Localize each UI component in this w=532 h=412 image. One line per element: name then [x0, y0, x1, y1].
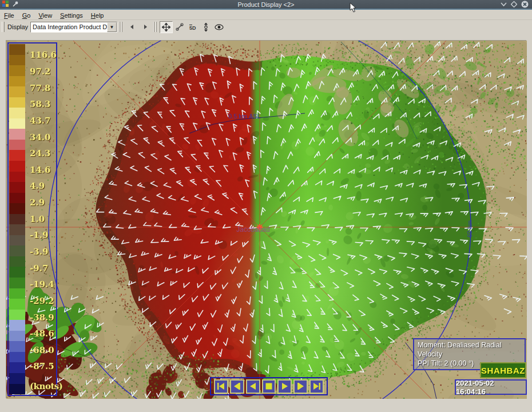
legend-color-segment	[9, 331, 25, 342]
legend-color-segment	[9, 140, 25, 150]
legend-value: -3.9	[30, 244, 58, 260]
skip-to-last-icon	[313, 382, 321, 390]
back-arrow-icon	[129, 24, 135, 30]
forward-arrow-icon	[142, 24, 148, 30]
step-forward-icon	[297, 382, 305, 390]
legend-value: -29.2	[30, 293, 58, 310]
legend-color-segment	[9, 288, 25, 299]
skip-to-first-button[interactable]	[214, 379, 228, 394]
svg-text:5D: 5D	[189, 25, 196, 31]
legend-color-segment	[9, 76, 25, 87]
pan-icon	[162, 23, 170, 31]
legend-color-segment	[9, 267, 25, 278]
menu-item-view[interactable]: View	[34, 11, 56, 19]
menu-item-help[interactable]: Help	[87, 11, 108, 19]
color-scale-strip	[9, 44, 25, 394]
toolbar: Display Data Integration Product Display…	[0, 20, 532, 34]
moment-line: Moment: Dealiased Radial Velocity	[418, 340, 521, 359]
legend-color-segment	[9, 108, 25, 118]
legend-value: 77.8	[30, 80, 58, 96]
combobox-dropdown-icon[interactable]: ▼	[107, 22, 117, 32]
step-backward-button[interactable]	[230, 379, 244, 394]
legend-value: 97.2	[30, 64, 58, 80]
legend-color-segment	[9, 320, 25, 331]
legend-color-segment	[9, 203, 25, 214]
legend-color-segment	[9, 256, 25, 267]
skip-to-last-button[interactable]	[309, 379, 324, 394]
legend-color-segment	[9, 86, 25, 97]
legend-color-segment	[9, 384, 25, 395]
display-combobox-value: Data Integration Product Display	[31, 22, 107, 32]
legend-value: -48.6	[30, 326, 58, 342]
view-3d-button[interactable]: 5D	[186, 21, 199, 33]
menu-item-file[interactable]: File	[0, 11, 18, 19]
legend-color-segment	[9, 118, 25, 129]
radar-display-area[interactable]: 116.697.277.858.343.734.024.314.64.92.91…	[6, 40, 526, 398]
close-button[interactable]	[521, 1, 529, 8]
skip-to-first-icon	[217, 382, 225, 390]
legend-value: -38.9	[30, 309, 58, 326]
eye-icon	[215, 24, 224, 30]
legend-value: 34.0	[30, 129, 58, 145]
legend-value: 24.3	[30, 145, 58, 162]
legend-color-segment	[9, 278, 25, 288]
app-icon	[2, 1, 9, 8]
measure-button[interactable]	[173, 21, 186, 33]
shade-button[interactable]	[501, 2, 507, 7]
display-label: Display	[7, 23, 28, 30]
forward-arrow-button[interactable]	[138, 21, 152, 33]
menu-item-settings[interactable]: Settings	[56, 11, 87, 19]
toolbar-grip[interactable]	[153, 22, 158, 32]
eye-button[interactable]	[212, 21, 225, 33]
legend-value: 1.0	[30, 211, 58, 227]
legend-value: 4.9	[30, 178, 58, 195]
vertical-profile-icon	[203, 23, 209, 31]
legend-value: 58.3	[30, 96, 58, 113]
toolbar-grip[interactable]	[119, 22, 124, 32]
legend-value: 116.6	[30, 47, 58, 64]
display-combobox[interactable]: Data Integration Product Display ▼	[30, 22, 117, 33]
legend-value: -9.7	[30, 260, 58, 276]
legend-color-segment	[9, 214, 25, 225]
pin-icon[interactable]	[12, 1, 19, 9]
menu-item-go[interactable]: Go	[18, 11, 35, 19]
color-scale-legend: 116.697.277.858.343.734.024.314.64.92.91…	[7, 42, 57, 396]
play-backward-button[interactable]	[246, 379, 260, 394]
station-badge: SHAHBAZ	[480, 362, 526, 378]
measure-icon	[176, 23, 184, 31]
legend-color-segment	[9, 97, 25, 108]
play-forward-button[interactable]	[277, 379, 292, 394]
legend-unit: (knots)	[30, 381, 58, 391]
color-scale-labels: 116.697.277.858.343.734.024.314.64.92.91…	[30, 47, 58, 391]
legend-color-segment	[9, 224, 25, 235]
legend-color-segment	[9, 129, 25, 140]
step-forward-button[interactable]	[293, 379, 308, 394]
legend-color-segment	[9, 150, 25, 161]
legend-color-segment	[9, 299, 25, 310]
legend-color-segment	[9, 373, 25, 384]
vertical-profile-button[interactable]	[199, 21, 212, 33]
pan-button[interactable]	[160, 21, 173, 33]
legend-color-segment	[9, 55, 25, 66]
legend-color-segment	[9, 235, 25, 246]
view-3d-icon: 5D	[188, 23, 197, 31]
legend-color-segment	[9, 352, 25, 363]
stop-button[interactable]	[262, 379, 276, 394]
legend-color-segment	[9, 65, 25, 76]
legend-color-segment	[9, 193, 25, 204]
window-title: Product Display <2>	[0, 1, 532, 8]
menu-bar: FileGoViewSettingsHelp	[0, 11, 532, 20]
legend-color-segment	[9, 182, 25, 193]
legend-value: 43.7	[30, 113, 58, 129]
legend-color-segment	[9, 341, 25, 352]
maximize-button[interactable]	[511, 1, 517, 7]
playback-controls	[210, 377, 328, 395]
legend-color-segment	[9, 44, 25, 55]
play-forward-icon	[281, 382, 289, 390]
legend-value: -19.4	[30, 276, 58, 293]
legend-value: 14.6	[30, 161, 58, 178]
back-arrow-button[interactable]	[125, 21, 138, 33]
toolbar-grip[interactable]	[2, 22, 5, 32]
stop-icon	[265, 382, 273, 390]
legend-color-segment	[9, 310, 25, 320]
